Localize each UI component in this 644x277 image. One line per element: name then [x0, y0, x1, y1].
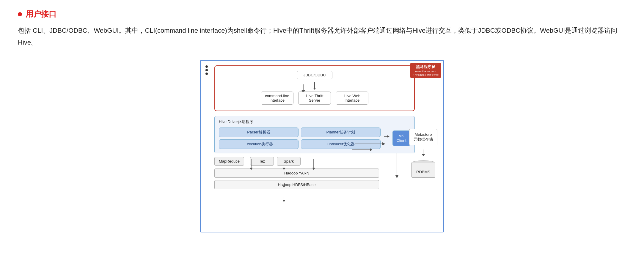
metastore-rdbms-arrow: [422, 149, 425, 156]
hdfs-box: Hadoop HDFS/HBase: [214, 180, 379, 189]
hdfs-layer: Hadoop HDFS/HBase: [214, 180, 379, 189]
rdbms-label: RDBMS: [416, 170, 430, 174]
interface-boxes-row: command-lineinterface Hive ThriftServer …: [221, 92, 408, 105]
driver-inner: Parser解析器 Planner任务计划 Execution执行器 Optim…: [219, 128, 410, 149]
window-dots: [205, 65, 208, 75]
section-heading: 用户接口: [18, 9, 626, 19]
execution-box: Execution执行器: [219, 139, 299, 149]
driver-grid: Parser解析器 Planner任务计划 Execution执行器 Optim…: [219, 128, 381, 149]
logo-brand: 黑马程序员: [413, 64, 439, 70]
spark-box: Spark: [277, 157, 301, 166]
tez-box: Tez: [250, 157, 274, 166]
logo-tagline: 传智播客旗下IT教育品牌: [413, 73, 439, 77]
logo-badge: 黑马程序员 www.itheima.com 传智播客旗下IT教育品牌: [410, 63, 441, 78]
metastore-label-2: 元数据存储: [414, 137, 433, 142]
svg-marker-17: [387, 135, 389, 138]
ms-metastore-arrow: [352, 148, 372, 151]
yarn-layer: Hadoop YARN: [214, 169, 379, 178]
mapreduce-box: MapReduce: [214, 157, 244, 166]
svg-marker-12: [282, 200, 285, 202]
yarn-box: Hadoop YARN: [214, 169, 379, 178]
ms-arrow-svg: [384, 128, 389, 145]
ms-client-box: MS Client: [392, 130, 410, 146]
logo-url: www.itheima.com: [413, 70, 439, 73]
right-panels: Metastore 元数据存储 RDBMS: [409, 129, 437, 178]
thrift-server-box: Hive ThriftServer: [298, 92, 331, 105]
web-interface-box: Hive WebInterface: [336, 92, 368, 105]
user-interface-section: JDBC/ODBC command-lineinterface Hive Thr…: [214, 65, 415, 111]
driver-label: Hive Driver驱动程序: [219, 119, 410, 125]
driver-section: Hive Driver驱动程序 Parser解析器 Planner任务计划 Ex…: [214, 116, 415, 153]
architecture-diagram: 黑马程序员 www.itheima.com 传智播客旗下IT教育品牌 JDBC/…: [200, 60, 444, 232]
planner-box: Planner任务计划: [301, 128, 381, 137]
rdbms-cylinder: RDBMS: [411, 160, 435, 178]
description-text: 包括 CLI、JDBC/ODBC、WebGUI。其中，CLI(command l…: [18, 25, 626, 48]
dot-3: [205, 73, 208, 75]
bullet-dot: [18, 12, 22, 16]
dot-2: [205, 69, 208, 71]
metastore-label-1: Metastore: [414, 132, 433, 137]
metastore-box: Metastore 元数据存储: [409, 129, 437, 145]
jdbc-odbc-box: JDBC/ODBC: [297, 71, 332, 79]
heading-title: 用户接口: [26, 9, 56, 19]
dot-1: [205, 65, 208, 68]
parser-box: Parser解析器: [219, 128, 299, 137]
optimizer-box: Optimizer优化器: [301, 139, 381, 149]
cli-box: command-lineinterface: [261, 92, 293, 105]
compute-row: MapReduce Tez Spark: [214, 157, 379, 166]
diagram-wrapper: 黑马程序员 www.itheima.com 传智播客旗下IT教育品牌 JDBC/…: [18, 60, 626, 232]
jdbc-row: JDBC/ODBC: [221, 71, 408, 79]
ms-arrow-area: [384, 128, 389, 145]
jdbc-arrow: [221, 82, 408, 90]
